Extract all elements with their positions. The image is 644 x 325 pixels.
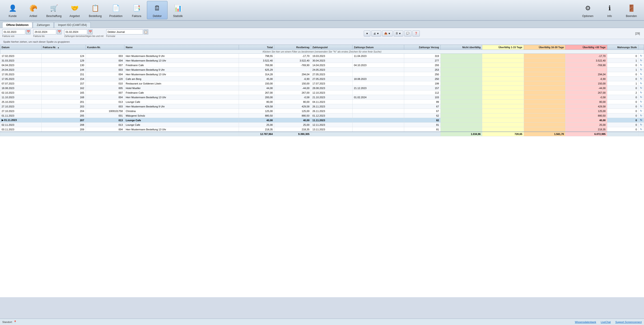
col-total[interactable]: Total [239,45,274,50]
refresh-button[interactable]: ↻ [638,54,644,58]
col-restbetrag[interactable]: Restbetrag [274,45,311,50]
link-support-screenconnect[interactable]: Support Screenconnect [615,321,642,324]
table-row[interactable]: 01.11.2023205001Mätzgerei Scholz880,5088… [0,114,644,118]
table-cell: -17,70 [274,54,311,58]
refresh-button[interactable]: ↻ [638,127,644,132]
table-cell: 0 [607,72,638,77]
action-btn-print[interactable]: 🖨▼ [371,30,381,36]
action-btn-comment[interactable]: 💬 [404,30,412,36]
faktura-von-input[interactable] [2,30,25,34]
table-row[interactable]: 03.11.2023209004Herr Mustermann Bestellu… [0,127,644,132]
table-container[interactable]: Datum Faktura-Nr. ▲ Kunden-Nr. Name Tota… [0,45,644,297]
toolbar-item-kunde[interactable]: 👤 Kunde [2,1,23,19]
toolbar-item-bestellung[interactable]: 📋 Bestellung [85,1,106,19]
table-cell [524,95,566,100]
table-row[interactable]: 17.02.2023124003Herr Mustermann Bestellu… [0,54,644,58]
zahlungen-datum-input[interactable] [64,30,87,34]
table-cell: 004 [86,127,124,132]
table-row[interactable]: 11.10.2023168004Herr Mustermann Bestellu… [0,95,644,100]
toolbar-item-debitor[interactable]: 🗓 Debitor [147,1,168,19]
table-cell: 0 [607,109,638,114]
toolbar-item-beenden[interactable]: 🚪 Beenden [621,1,642,19]
refresh-button[interactable]: ↻ [638,118,644,122]
refresh-button[interactable]: ↻ [638,77,644,81]
toolbar-item-info[interactable]: ℹ Info [599,1,620,19]
tab-zahlungen[interactable]: Zahlungen [33,22,54,28]
action-btn-help[interactable]: ❓ [412,30,420,36]
action-btn-list[interactable]: ☰▼ [394,30,403,36]
table-row[interactable]: 04.04.2023130007Friedmann Cafe769,90-769… [0,63,644,68]
refresh-button[interactable]: ↻ [638,95,644,100]
formular-copy-button[interactable]: 📋 [144,30,148,34]
table-row[interactable]: 07.07.2023157010Restaurant zur Goldenen … [0,81,644,86]
table-cell: 80,00 [239,100,274,104]
table-cell: 157 [41,81,86,86]
formular-input[interactable] [106,30,143,34]
refresh-button[interactable]: ↻ [638,104,644,109]
refresh-button[interactable]: ↻ [638,114,644,118]
table-cell: 3.522,40 [239,58,274,63]
refresh-button[interactable]: ↻ [638,63,644,68]
toolbar-item-statistik[interactable]: 📊 Statistik [168,1,188,19]
refresh-button[interactable]: ↻ [638,90,644,95]
zahlungen-datum-calendar-button[interactable]: 📅 [88,30,92,34]
refresh-button[interactable]: ↻ [638,86,644,90]
tab-import-iso[interactable]: Import ISO (CAMT.054) [54,22,91,28]
table-row[interactable]: 02.10.2023165007Friedmann Cafe267,00267,… [0,90,644,95]
tabs-bar: Offene Debitoren Zahlungen Import ISO (C… [0,21,644,28]
toolbar-item-artikel[interactable]: 🥐 Artikel [23,1,44,19]
faktura-bis-input[interactable] [33,30,56,34]
col-nicht-ueberfaellig[interactable]: Nicht überfällig [440,45,482,50]
faktura-bis-calendar-button[interactable]: 📅 [57,30,62,34]
col-kunden-nr[interactable]: Kunden-Nr. [86,45,124,50]
action-btn-export[interactable]: 📤▼ [382,30,393,36]
action-btn-1[interactable]: ▼ [364,30,370,36]
totals-cell [638,132,644,136]
refresh-button[interactable]: ↻ [638,72,644,77]
table-row[interactable]: 24.04.2023144003Herr Mustermann Bestellu… [0,68,644,72]
refresh-button[interactable]: ↻ [638,100,644,104]
toolbar-item-angebot[interactable]: 🤝 Angebot [64,1,85,19]
toolbar-item-faktura[interactable]: 📑 Faktura [126,1,147,19]
toolbar-item-optionen[interactable]: ⚙ Optionen [578,1,598,19]
link-livechat[interactable]: LiveChat [601,321,611,324]
col-ueberfaellig-30[interactable]: Überfällig >30 Tage [566,45,607,50]
table-cell: 130 [41,63,86,68]
table-row[interactable]: 18.08.2023162005Hotel Mueller44,00-44,00… [0,86,644,90]
link-wissensdatenbank[interactable]: Wissensdatenbank [575,321,596,324]
refresh-button[interactable]: ↻ [638,122,644,127]
faktura-icon: 📑 [131,3,142,14]
toolbar: 👤 Kunde 🥐 Artikel 🛒 Beschaffung 🤝 Angebo… [0,0,644,21]
toolbar-item-produktion[interactable]: 📄 Produktion [106,1,126,19]
table-row[interactable]: 27.10.2023203003Herr Mustermann Bestellu… [0,104,644,109]
col-datum[interactable]: Datum [0,45,42,50]
table-cell: 168 [41,95,86,100]
tab-offene-debitoren[interactable]: Offene Debitoren [2,22,32,28]
table-row[interactable]: 25.10.2023201013Lounge Cafe80,0080,0004.… [0,100,644,104]
table-cell [524,114,566,118]
table-cell: 07.07.2023 [0,81,42,86]
faktura-von-calendar-button[interactable]: 📅 [26,30,30,34]
col-zahlungs-datum[interactable]: Zahlungs Datum [352,45,404,50]
col-zahlungsziel[interactable]: Zahlungsziel [311,45,352,50]
table-row[interactable]: 17.05.2023154120Cafe am Berg45,00-6,9027… [0,77,644,81]
table-row[interactable]: 31.03.2023129004Herr Mustermann Bestellu… [0,58,644,63]
table-row[interactable]: 02.11.2023208013Lounge Cafe25,0025,0012.… [0,122,644,127]
totals-cell [607,132,638,136]
table-row[interactable]: 17.05.2023151004Herr Mustermann Bestellu… [0,72,644,77]
filter-hint[interactable]: Klicken Sie hier um einen Filter zu best… [0,50,644,54]
refresh-button[interactable]: ↻ [638,81,644,86]
toolbar-item-beschaffung[interactable]: 🛒 Beschaffung [44,1,64,19]
col-ueberfaellig-1-15[interactable]: Überfällig 1-15 Tage [482,45,524,50]
table-row[interactable]: ▶ 01.11.2023207013Lounge Cafe40,0040,001… [0,118,644,122]
col-ueberfaellig-16-30[interactable]: Überfällig 16-30 Tage [524,45,566,50]
col-mahnungs-stufe[interactable]: Mahnungs Stufe [607,45,638,50]
col-faktura-nr[interactable]: Faktura-Nr. ▲ [41,45,86,50]
col-name[interactable]: Name [124,45,239,50]
refresh-button[interactable]: ↻ [638,68,644,72]
col-zahlungs-verzug[interactable]: Zahlungs Verzug [404,45,440,50]
table-cell: -0,58 [566,95,607,100]
refresh-button[interactable]: ↻ [638,58,644,63]
table-row[interactable]: 27.10.20232041009101758Christina125,0012… [0,109,644,114]
refresh-button[interactable]: ↻ [638,109,644,114]
